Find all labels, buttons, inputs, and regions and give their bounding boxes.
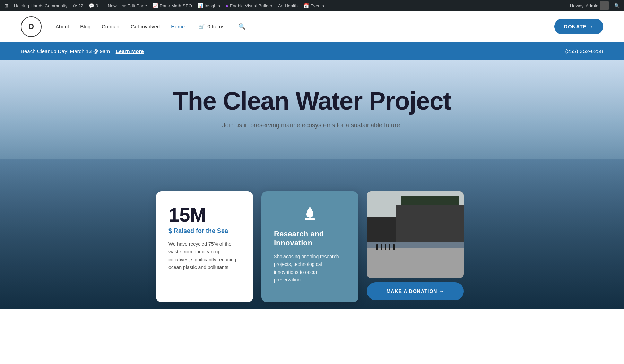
person-5 [393,244,395,250]
enable-visual-builder-label: Enable Visual Builder [230,3,272,8]
nav-item-blog[interactable]: Blog [80,24,90,29]
comments-item[interactable]: 💬 0 [89,3,98,8]
enable-visual-builder-item[interactable]: ● Enable Visual Builder [226,3,272,8]
person-4 [389,244,390,250]
ad-health-item[interactable]: Ad Health [278,3,298,8]
new-item[interactable]: + New [104,3,116,8]
nav-right: DONATE → [554,19,603,34]
site-name: Helping Hands Community [14,3,68,8]
events-label: Events [310,3,324,8]
nav-link-contact[interactable]: Contact [102,24,120,29]
phone-number: (255) 352-6258 [565,48,603,54]
nav-link-blog[interactable]: Blog [80,24,90,29]
ad-health-label: Ad Health [278,3,298,8]
cards-row: 15M $ Raised for the Sea We have recycle… [156,191,468,309]
rank-math-icon: 📈 [153,3,158,8]
site-name-item[interactable]: Helping Hands Community [14,3,68,8]
cart-items-count: 0 Items [207,24,224,29]
stats-card: 15M $ Raised for the Sea We have recycle… [156,191,253,302]
search-icon: 🔍 [614,3,620,8]
nav-link-get-involved[interactable]: Get-involved [131,24,160,29]
water-hand-icon [274,205,346,223]
image-donation-card: MAKE A DONATION → [367,191,464,302]
announcement-bar: Beach Cleanup Day: March 13 @ 9am – Lear… [0,42,624,60]
pencil-icon: ✏ [122,3,126,8]
calendar-icon: 📅 [303,3,309,8]
main-nav: D About Blog Contact Get-involved Home 🛒… [0,11,624,42]
donate-button[interactable]: DONATE → [554,19,603,34]
nav-item-get-involved[interactable]: Get-involved [131,24,160,29]
edit-page-label: Edit Page [128,3,147,8]
wp-logo[interactable]: ⊞ [4,3,8,8]
rank-math-label: Rank Math SEO [159,3,192,8]
insights-label: Insights [205,3,220,8]
raised-amount: 15M [168,205,241,225]
comment-icon: 💬 [89,3,94,8]
raised-description: We have recycled 75% of the waste from o… [168,240,241,271]
make-donation-button[interactable]: MAKE A DONATION → [367,282,464,300]
howdy-item[interactable]: Howdy, Admin [570,1,609,10]
hero-title: The Clean Water Project [173,87,451,115]
insights-item[interactable]: 📊 Insights [198,3,220,8]
insights-icon: 📊 [198,3,203,8]
site-logo[interactable]: D [21,16,42,37]
research-card: Research and Innovation Showcasing ongoi… [261,191,358,302]
wordpress-icon: ⊞ [4,3,8,8]
learn-more-link[interactable]: Learn More [116,48,144,54]
cart-icon: 🛒 [199,24,205,30]
hero-section: The Clean Water Project Join us in prese… [0,60,624,309]
nav-item-contact[interactable]: Contact [102,24,120,29]
updates-icon: ⟳ [73,3,77,8]
research-description: Showcasing ongoing research projects, te… [274,253,346,284]
divi-icon: ● [226,3,228,8]
avatar [600,1,609,10]
person-1 [376,244,378,250]
person-2 [381,244,382,250]
person-3 [385,244,386,250]
nav-links: About Blog Contact Get-involved Home 🛒 0… [55,23,246,31]
nav-cart[interactable]: 🛒 0 Items [196,24,224,30]
hero-subtitle: Join us in preserving marine ecosystems … [173,122,451,129]
scene-people [376,244,395,250]
nav-item-about[interactable]: About [55,24,69,29]
new-label: + New [104,3,116,8]
comments-count: 0 [96,3,98,8]
nav-link-about[interactable]: About [55,24,69,29]
announcement-text: Beach Cleanup Day: March 13 @ 9am – [21,48,114,54]
edit-page-item[interactable]: ✏ Edit Page [122,3,147,8]
beach-image [367,191,464,278]
rank-math-item[interactable]: 📈 Rank Math SEO [153,3,192,8]
admin-bar-right: Howdy, Admin 🔍 [570,1,620,10]
search-icon[interactable]: 🔍 [238,23,246,30]
nav-search-icon-item[interactable]: 🔍 [235,23,246,31]
nav-link-home[interactable]: Home [171,24,185,29]
updates-count: 22 [78,3,83,8]
hero-content: The Clean Water Project Join us in prese… [173,60,451,129]
raised-label: $ Raised for the Sea [168,227,241,235]
admin-search-item[interactable]: 🔍 [614,3,620,8]
events-item[interactable]: 📅 Events [303,3,324,8]
howdy-label: Howdy, Admin [570,3,598,8]
updates-item[interactable]: ⟳ 22 [73,3,83,8]
research-title: Research and Innovation [274,229,346,248]
nav-item-home[interactable]: Home [171,24,185,29]
admin-bar: ⊞ Helping Hands Community ⟳ 22 💬 0 + New… [0,0,624,11]
scene-beach [367,248,464,278]
